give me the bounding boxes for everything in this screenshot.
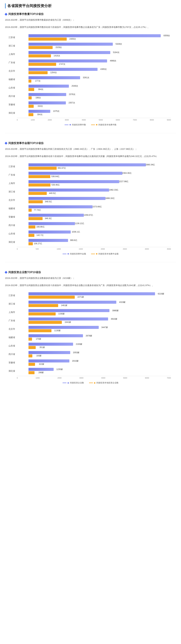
bar2-value-enterprise-5: 170家 <box>36 338 41 340</box>
legend-text-count-0: 间接投资事件数 <box>72 124 86 126</box>
section-title-count: 间接投资事件数量TOP10省份 <box>5 12 176 16</box>
x-tick-count-4: 4000 <box>82 119 86 121</box>
bar2-value-count-8: 332次 <box>37 105 43 108</box>
bar1-value-count-0: 8359次 <box>164 34 170 37</box>
bar1-enterprise-7: 2053家 <box>28 351 70 354</box>
bar2-value-amount-1: 536.64亿 <box>51 175 60 178</box>
legend-line-enterprise-1 <box>89 382 93 383</box>
x-tick-count-5: 5000 <box>99 119 103 121</box>
section-title-text-count: 间接投资事件数量TOP10省份 <box>8 12 44 16</box>
bar-row-count-4: 北京市4365次1204次 <box>17 68 171 74</box>
bar2-enterprise-9: 298家 <box>28 371 34 374</box>
bar2-enterprise-8: 322家 <box>28 363 35 366</box>
section-amount: 间接投资事件金额TOP10省份2019-2023年，国资平台间接投资事件金额位列… <box>5 142 176 262</box>
bar2-value-count-1: 1529次 <box>55 46 62 49</box>
x-tick-amount-1: 500 <box>36 248 39 250</box>
legend-line-count-0 <box>64 124 69 125</box>
bar2-amount-4: 348.5亿 <box>28 200 43 203</box>
bar2-value-count-0: 2409次 <box>69 38 76 40</box>
x-tick-count-1: 1000 <box>31 119 35 121</box>
bar-row-count-0: 江苏省8359次2409次 <box>17 34 171 41</box>
legend-item-amount-1: 间接投资本地事件金额 <box>91 252 119 255</box>
bar-label-amount-5: 福建省 <box>5 207 17 210</box>
section-divider <box>5 133 176 133</box>
bar1-value-amount-3: 1982.33亿 <box>109 188 118 192</box>
bar1-amount-9: 969.8亿 <box>28 239 68 242</box>
bar-row-amount-3: 浙江省1982.33亿449.5亿 <box>17 188 171 195</box>
bar-label-enterprise-9: 湖北省 <box>5 370 17 372</box>
bar2-value-amount-3: 449.5亿 <box>49 192 56 195</box>
x-tick-enterprise-4: 4000 <box>101 377 105 379</box>
section-title-text-enterprise: 间接投资企业数TOP10省份 <box>8 271 41 274</box>
bar1-value-enterprise-2: 3980家 <box>112 309 119 312</box>
bar1-value-count-1: 5328次 <box>116 43 122 46</box>
bar-row-count-5: 福建省3261次177次 <box>17 76 171 82</box>
bar-label-enterprise-2: 上海市 <box>5 311 17 314</box>
bar2-count-4: 1204次 <box>28 71 48 74</box>
bar1-amount-7: 1139.12亿 <box>28 222 75 225</box>
legend-line-count-1 <box>91 124 95 125</box>
desc2-enterprise: 2019-2023年，国资平台间接投资企业数排名前十的省份中，间接投资本地企业数… <box>5 284 176 287</box>
bar-label-amount-1: 广东省 <box>5 174 17 176</box>
bar-row-amount-6: 安徽省1359.67亿346.3亿 <box>17 214 171 220</box>
bar1-enterprise-3: 3910家 <box>28 318 108 320</box>
bar1-amount-3: 1982.33亿 <box>28 188 109 192</box>
desc1-count: 2019-2023年，国资平台间接投资事件数最多的省份为江苏（8359次）； <box>5 18 176 22</box>
bar-row-enterprise-1: 浙江省4319家1461家 <box>17 301 171 307</box>
bar1-value-amount-6: 1359.67亿 <box>84 214 93 216</box>
page-title: 各省国资平台间接投资分析 <box>5 3 176 8</box>
bar2-count-6: 364次 <box>28 88 34 91</box>
legend-item-enterprise-1: 间接投资本地投资企业数 <box>89 382 119 384</box>
bar2-amount-1: 536.64亿 <box>28 175 50 178</box>
bar1-count-3: 4968次 <box>28 60 107 62</box>
x-tick-count-3: 3000 <box>65 119 69 121</box>
bar1-count-5: 3261次 <box>28 76 80 79</box>
bar-row-enterprise-6: 山东省2193家351家 <box>17 343 171 349</box>
bar-label-count-5: 福建省 <box>5 78 17 81</box>
bar2-value-amount-6: 346.3亿 <box>45 217 52 220</box>
bar2-enterprise-3: 1641家 <box>28 321 62 324</box>
bar2-enterprise-5: 170家 <box>28 338 32 341</box>
bar1-enterprise-9: 1235家 <box>28 368 54 371</box>
bar1-count-7: 2378次 <box>28 93 66 96</box>
bar1-value-enterprise-0: 6219家 <box>158 292 164 295</box>
bar-label-enterprise-3: 广东省 <box>5 319 17 322</box>
bar1-count-4: 4365次 <box>28 68 98 71</box>
section-title-amount: 间接投资事件金额TOP10省份 <box>5 142 176 145</box>
x-tick-enterprise-0: 0 <box>17 377 18 379</box>
bar1-value-amount-8: 1036.1亿 <box>72 230 80 233</box>
bar2-value-enterprise-9: 298家 <box>38 371 44 374</box>
bar1-value-enterprise-6: 2193家 <box>76 343 82 346</box>
bar1-count-8: 2357次 <box>28 102 66 104</box>
x-tick-amount-2: 1000 <box>57 248 61 250</box>
bar2-count-0: 2409次 <box>28 38 67 41</box>
bar1-value-enterprise-8: 2010家 <box>72 360 79 362</box>
bar1-enterprise-8: 2010家 <box>28 360 69 362</box>
section-divider <box>5 262 176 262</box>
legend-dot-enterprise-1 <box>94 382 95 384</box>
section-count: 间接投资事件数量TOP10省份2019-2023年，国资平台间接投资事件数最多的… <box>5 12 176 133</box>
bar2-enterprise-2: 1330家 <box>28 312 56 316</box>
bar2-value-count-6: 364次 <box>38 88 43 91</box>
chart-count: 江苏省8359次2409次浙江省5328次1529次上海市5164次1416次广… <box>5 32 176 128</box>
desc1-enterprise: 2019-2023年，国资平台间接投资企业数最多的省份为江苏（6219家）； <box>5 276 176 280</box>
legend-dot-count-0 <box>70 124 71 126</box>
bar-label-amount-4: 北京市 <box>5 198 17 202</box>
bar1-enterprise-4: 3447家 <box>28 326 99 329</box>
bar-label-count-8: 安徽省 <box>5 103 17 106</box>
bar1-enterprise-1: 4319家 <box>28 301 116 304</box>
bar-label-enterprise-6: 山东省 <box>5 344 17 347</box>
legend-line-amount-0 <box>62 254 67 254</box>
x-axis-enterprise: 01000200030004000500060007000 <box>17 376 171 379</box>
bar2-value-amount-4: 348.5亿 <box>45 200 52 203</box>
x-tick-count-6: 6000 <box>116 119 120 121</box>
bar2-amount-6: 346.3亿 <box>28 217 43 220</box>
bar2-amount-0: 691.67亿 <box>28 167 57 170</box>
bar-row-count-9: 湖北省1375次304次 <box>17 110 171 116</box>
bar-row-enterprise-5: 福建省2678家170家 <box>17 334 171 341</box>
bar-row-enterprise-2: 上海市3980家1330家 <box>17 309 171 316</box>
bar2-value-count-7: 198次 <box>35 96 41 99</box>
bar1-value-amount-0: 2880.34亿 <box>146 163 155 166</box>
bar-row-enterprise-3: 广东省3910家1641家 <box>17 318 171 324</box>
bar-row-count-2: 上海市5164次1416次 <box>17 51 171 58</box>
